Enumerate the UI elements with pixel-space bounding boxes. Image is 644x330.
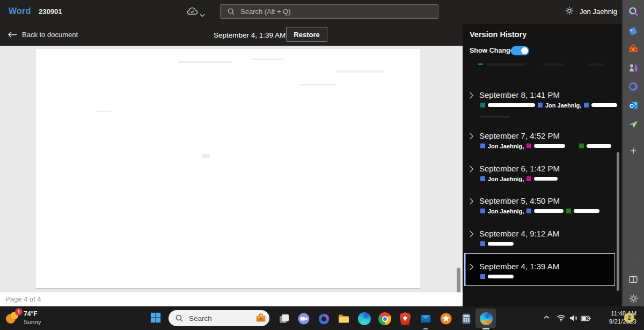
weather-widget[interactable]: 1 74°F Sunny bbox=[4, 310, 41, 328]
weather-temperature: 74°F bbox=[24, 310, 41, 318]
version-history-panel: Version History Show Changes September 8… bbox=[463, 24, 621, 306]
version-date: September 6, 1:42 PM bbox=[479, 163, 613, 174]
panel-title: Version History bbox=[470, 30, 526, 39]
app-header: Word 230901 Search (Alt + Q) Jon Jaehnig bbox=[0, 0, 621, 24]
start-button[interactable] bbox=[150, 312, 162, 326]
version-item[interactable]: September 5, 4:50 PMJon Jaehnig, bbox=[463, 196, 613, 213]
version-authors bbox=[480, 241, 613, 246]
version-date: September 8, 1:41 PM bbox=[479, 90, 613, 101]
version-authors: Jon Jaehnig, bbox=[480, 176, 613, 181]
tray-chevron-up-icon[interactable] bbox=[543, 315, 550, 320]
brave-icon[interactable] bbox=[398, 312, 412, 326]
sidebar-divider bbox=[627, 262, 640, 262]
redacted-author bbox=[534, 144, 565, 148]
battery-icon[interactable] bbox=[581, 315, 591, 321]
shopping-icon[interactable] bbox=[628, 25, 639, 36]
tools-icon[interactable] bbox=[628, 44, 639, 54]
version-item-selected[interactable]: September 4, 1:39 AM bbox=[463, 261, 613, 279]
author-swatch-green bbox=[579, 144, 584, 148]
author-swatch-blue bbox=[526, 209, 531, 213]
microsoft-365-icon[interactable] bbox=[317, 312, 331, 326]
edge-active-icon[interactable] bbox=[479, 312, 493, 326]
version-date: September 5, 4:50 PM bbox=[479, 196, 613, 206]
mail-running-indicator bbox=[423, 328, 428, 329]
add-icon[interactable]: + bbox=[628, 146, 639, 156]
redacted-author bbox=[587, 144, 611, 148]
bing-search-icon[interactable] bbox=[628, 6, 639, 17]
author-name: Jon Jaehnig, bbox=[488, 176, 524, 182]
taskbar: 1 74°F Sunny Search bbox=[0, 306, 644, 330]
document-scrollbar-thumb[interactable] bbox=[457, 268, 460, 292]
version-item[interactable]: September 7, 4:52 PMJon Jaehnig, bbox=[463, 131, 613, 148]
cloud-saved-icon[interactable] bbox=[186, 7, 199, 18]
restore-button[interactable]: Restore bbox=[286, 27, 327, 42]
taskbar-search-label: Search bbox=[189, 314, 212, 322]
weather-condition: Sunny bbox=[24, 319, 41, 325]
drop-icon[interactable] bbox=[628, 119, 639, 130]
split-screen-icon[interactable] bbox=[628, 274, 639, 285]
chrome-icon[interactable] bbox=[378, 312, 392, 326]
back-arrow-icon bbox=[8, 31, 17, 38]
panel-scrollbar-thumb[interactable] bbox=[617, 152, 619, 291]
version-date: September 4, 9:12 AM bbox=[479, 228, 613, 239]
games-icon[interactable] bbox=[628, 62, 639, 73]
expand-chevron-icon[interactable] bbox=[469, 263, 474, 272]
edge-icon[interactable] bbox=[357, 312, 371, 326]
notification-count-badge[interactable]: 2 bbox=[624, 313, 634, 323]
settings-gear-icon[interactable] bbox=[565, 6, 574, 18]
redacted-author bbox=[534, 209, 564, 213]
chevron-down-icon[interactable] bbox=[200, 10, 205, 19]
wifi-icon[interactable] bbox=[557, 314, 566, 321]
active-app-indicator bbox=[482, 328, 489, 329]
author-swatch-green bbox=[566, 209, 571, 213]
page-artifact bbox=[178, 61, 232, 63]
version-authors: Jon Jaehnig, bbox=[480, 209, 613, 213]
redacted-author bbox=[488, 275, 514, 278]
expand-chevron-icon[interactable] bbox=[469, 91, 474, 101]
search-icon bbox=[227, 8, 235, 16]
document-page[interactable] bbox=[36, 49, 420, 289]
settings-icon[interactable] bbox=[628, 293, 639, 304]
show-changes-toggle[interactable] bbox=[511, 46, 529, 55]
back-label: Back to document bbox=[22, 31, 78, 39]
author-swatch-blue bbox=[480, 209, 485, 213]
search-placeholder: Search (Alt + Q) bbox=[240, 8, 291, 16]
page-artifact bbox=[95, 111, 111, 112]
page-artifact bbox=[251, 59, 283, 60]
faint-redacted-line bbox=[480, 116, 510, 118]
taskbar-search[interactable]: Search bbox=[169, 310, 269, 326]
outlook-icon[interactable] bbox=[628, 100, 639, 111]
file-explorer-icon[interactable] bbox=[337, 312, 351, 326]
microsoft365-icon[interactable] bbox=[628, 81, 639, 92]
author-name: Jon Jaehnig, bbox=[545, 102, 581, 109]
version-item[interactable]: September 6, 1:42 PMJon Jaehnig, bbox=[463, 163, 613, 181]
edge-sidebar: + bbox=[621, 0, 644, 306]
version-date: September 7, 4:52 PM bbox=[479, 131, 613, 141]
back-to-document-button[interactable]: Back to document bbox=[8, 31, 78, 39]
screen: Word 230901 Search (Alt + Q) Jon Jaehnig… bbox=[0, 0, 644, 330]
document-title[interactable]: 230901 bbox=[39, 8, 62, 16]
toggle-knob bbox=[521, 47, 528, 54]
author-swatch-blue bbox=[480, 274, 485, 279]
mail-icon[interactable] bbox=[419, 312, 433, 326]
expand-chevron-icon[interactable] bbox=[469, 197, 474, 207]
chat-icon[interactable] bbox=[297, 312, 311, 326]
task-view-icon[interactable] bbox=[277, 312, 291, 326]
expand-chevron-icon[interactable] bbox=[469, 230, 474, 240]
volume-icon[interactable] bbox=[569, 314, 577, 322]
avast-icon[interactable] bbox=[439, 312, 453, 326]
author-swatch-blue bbox=[480, 144, 485, 148]
redacted-author bbox=[574, 209, 599, 213]
word-logo[interactable]: Word bbox=[9, 6, 31, 16]
page-status: Page 4 of 4 bbox=[5, 295, 41, 303]
expand-chevron-icon[interactable] bbox=[469, 165, 474, 175]
search-input[interactable]: Search (Alt + Q) bbox=[220, 4, 438, 19]
search-icon bbox=[175, 314, 184, 322]
author-name: Jon Jaehnig, bbox=[488, 208, 524, 214]
calculator-icon[interactable] bbox=[459, 312, 473, 326]
version-item[interactable]: September 8, 1:41 PMJon Jaehnig, bbox=[463, 90, 613, 107]
expand-chevron-icon[interactable] bbox=[469, 132, 474, 142]
author-swatch-magenta bbox=[526, 144, 531, 148]
user-name[interactable]: Jon Jaehnig bbox=[580, 8, 617, 16]
version-item[interactable]: September 4, 9:12 AM bbox=[463, 228, 613, 246]
